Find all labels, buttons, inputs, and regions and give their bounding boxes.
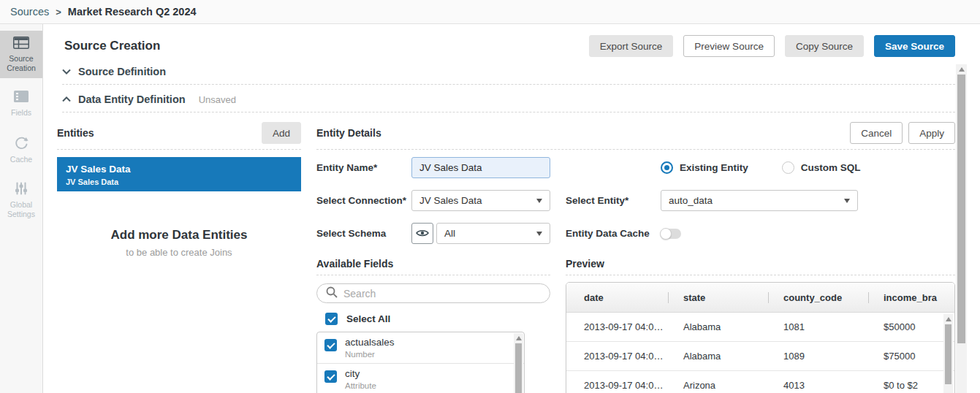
column-header-state: state (668, 292, 768, 303)
sidebar-item-label: Global Settings (7, 200, 35, 218)
table-row: 2013-09-17 04:0… Arizona 4013 $0 to $2 (566, 371, 954, 393)
field-checkbox-checked[interactable] (324, 370, 337, 383)
breadcrumb-sources-link[interactable]: Sources (10, 6, 49, 18)
section-data-entity-definition[interactable]: Data Entity Definition Unsaved (62, 85, 955, 112)
entity-type-radio-group: Existing Entity Custom SQL (661, 161, 861, 174)
scrollbar-thumb[interactable] (515, 343, 522, 393)
section-label: Source Definition (78, 66, 166, 77)
breadcrumb-current-title: Market Research Q2 2024 (68, 6, 197, 18)
radio-custom-sql[interactable]: Custom SQL (782, 161, 861, 174)
show-schema-button[interactable] (411, 223, 433, 244)
preview-table: date state county_code income_bra 2013-0… (566, 282, 955, 393)
sidebar-item-label: Source Creation (7, 54, 36, 72)
add-entity-button[interactable]: Add (262, 122, 301, 144)
entities-empty-state: Add more Data Entities to be able to cre… (57, 191, 301, 258)
breadcrumb-separator: > (56, 7, 61, 18)
table-grid-icon (1, 37, 41, 51)
sidebar-item-label: Cache (10, 155, 32, 164)
section-label: Data Entity Definition (78, 94, 186, 105)
chevron-up-icon (62, 96, 71, 102)
sidebar-item-source-creation[interactable]: Source Creation (0, 31, 42, 78)
select-all-label: Select All (346, 313, 390, 324)
sliders-icon (1, 182, 41, 197)
entity-details-panel: Entity Details Cancel Apply Entity Name* (316, 122, 955, 393)
table-row: 2013-09-17 04:0… Alabama 1089 $75000 (566, 342, 954, 371)
search-icon (326, 286, 338, 301)
entities-title: Entities (57, 127, 94, 139)
scrollbar-thumb[interactable] (957, 75, 965, 343)
entity-name-label: Entity Name* (316, 162, 411, 173)
column-header-income-bracket: income_bra (868, 292, 954, 303)
field-search-box[interactable] (316, 283, 550, 303)
entity-list-item-selected[interactable]: JV Sales Data JV Sales Data (57, 157, 301, 191)
preview-source-button[interactable]: Preview Source (683, 35, 775, 57)
chevron-down-icon (536, 199, 542, 203)
sidebar-item-global-settings[interactable]: Global Settings (0, 176, 42, 224)
column-header-county-code: county_code (768, 292, 868, 303)
radio-unselected-icon[interactable] (782, 161, 794, 174)
sidebar-item-cache[interactable]: Cache (0, 129, 42, 169)
preview-panel: Preview date state county_code income_br… (566, 258, 955, 393)
entities-panel: Entities Add JV Sales Data JV Sales Data… (57, 122, 301, 393)
header-actions: Export Source Preview Source Copy Source… (589, 35, 955, 57)
field-list-item[interactable]: actualsales Number (317, 332, 524, 364)
entity-name: JV Sales Data (66, 163, 292, 176)
select-all-row[interactable]: Select All (316, 313, 550, 325)
entity-subtitle: JV Sales Data (66, 178, 292, 186)
select-entity-label: Select Entity* (566, 195, 661, 206)
select-connection-label: Select Connection* (316, 195, 411, 206)
eye-icon (416, 227, 429, 240)
copy-source-button[interactable]: Copy Source (785, 35, 864, 57)
radio-existing-entity[interactable]: Existing Entity (661, 161, 748, 174)
entity-data-cache-label: Entity Data Cache (566, 228, 661, 239)
select-entity-dropdown[interactable]: auto_data (661, 190, 858, 211)
preview-table-header: date state county_code income_bra (566, 283, 954, 313)
chevron-down-icon (844, 199, 850, 203)
unsaved-status-badge: Unsaved (199, 94, 236, 105)
entity-name-input[interactable] (411, 157, 550, 178)
chevron-down-icon (62, 69, 71, 75)
available-fields-panel: Available Fields Select All (316, 258, 550, 393)
export-source-button[interactable]: Export Source (589, 35, 674, 57)
page-title: Source Creation (64, 39, 160, 53)
table-row: 2013-09-17 04:0… Alabama 1081 $50000 (566, 313, 954, 342)
field-list-item[interactable]: city Attribute (317, 364, 524, 393)
scroll-up-arrow-icon[interactable] (959, 67, 965, 72)
refresh-icon (1, 135, 41, 152)
scroll-up-arrow-icon[interactable] (946, 317, 951, 321)
empty-state-title: Add more Data Entities (57, 228, 301, 243)
save-source-button[interactable]: Save Source (874, 35, 955, 57)
scroll-up-arrow-icon[interactable] (516, 336, 522, 340)
sidebar: Source Creation Fields Cache Global Sett… (0, 24, 43, 393)
available-fields-title: Available Fields (316, 258, 393, 270)
main-panel: Source Creation Export Source Preview So… (43, 24, 980, 393)
empty-state-subtitle: to be able to create Joins (57, 247, 301, 258)
select-schema-label: Select Schema (316, 228, 411, 239)
sidebar-item-fields[interactable]: Fields (0, 85, 42, 122)
sidebar-item-label: Fields (11, 108, 31, 117)
column-header-date: date (566, 292, 668, 303)
toggle-knob (660, 228, 672, 240)
preview-table-scrollbar[interactable] (943, 314, 953, 393)
field-list: actualsales Number city Attribute (316, 332, 525, 393)
breadcrumb: Sources > Market Research Q2 2024 (0, 0, 980, 24)
select-connection-dropdown[interactable]: JV Sales Data (411, 190, 550, 211)
chevron-down-icon (536, 232, 542, 236)
scrollbar-thumb[interactable] (945, 324, 951, 384)
entity-details-title: Entity Details (316, 127, 381, 139)
app-window: Sources > Market Research Q2 2024 Source… (0, 0, 980, 393)
select-all-checkbox-checked[interactable] (325, 313, 338, 325)
radio-selected-icon[interactable] (661, 161, 673, 174)
preview-title: Preview (566, 258, 604, 270)
field-list-icon (1, 91, 41, 104)
section-source-definition[interactable]: Source Definition (62, 57, 955, 85)
entity-data-cache-toggle[interactable] (661, 229, 681, 239)
cancel-button[interactable]: Cancel (850, 122, 903, 144)
field-search-input[interactable] (343, 288, 541, 299)
field-list-scrollbar[interactable] (514, 333, 523, 393)
select-schema-dropdown[interactable]: All (436, 223, 550, 244)
apply-button[interactable]: Apply (908, 122, 955, 144)
field-checkbox-checked[interactable] (324, 339, 337, 351)
page-scrollbar[interactable] (956, 64, 967, 393)
